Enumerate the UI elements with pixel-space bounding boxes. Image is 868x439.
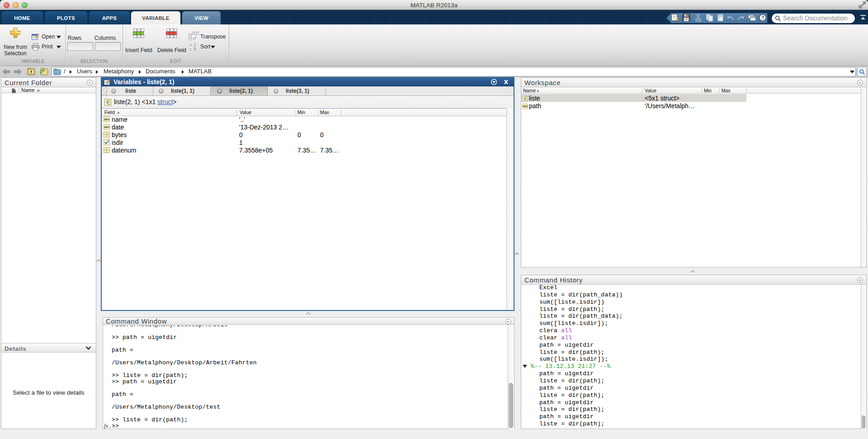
svg-text:z: z (189, 47, 192, 52)
svg-text:abc: abc (104, 118, 110, 121)
svg-text:?: ? (761, 15, 764, 20)
svg-text:a: a (189, 43, 192, 47)
svg-text:abc: abc (104, 125, 110, 129)
svg-text:abc: abc (523, 105, 528, 108)
